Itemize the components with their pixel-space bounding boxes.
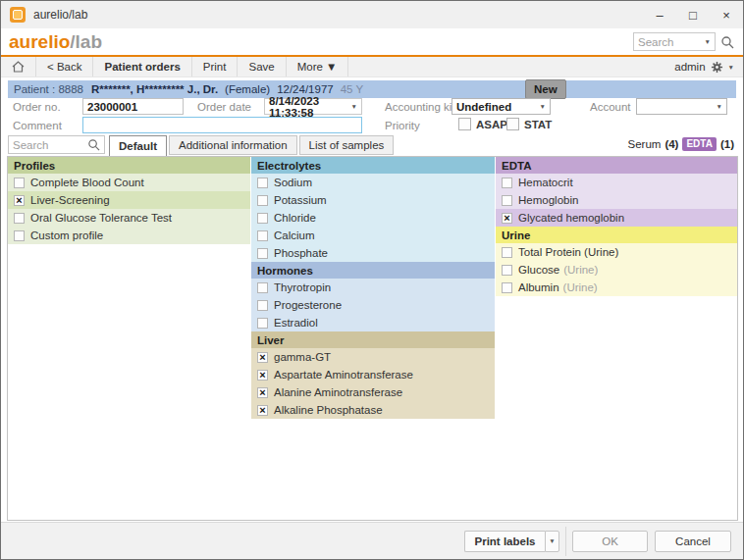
- test-panel-grid: ProfilesComplete Blood Count×Liver-Scree…: [8, 157, 737, 520]
- user-menu[interactable]: admin ▼: [674, 57, 743, 76]
- group-header-edta: EDTA: [496, 157, 738, 174]
- checkbox-unchecked-icon[interactable]: [257, 230, 268, 241]
- new-order-button[interactable]: New: [525, 79, 566, 99]
- test-row-liver-screening[interactable]: ×Liver-Screening: [8, 191, 250, 209]
- print-labels-caret-icon: ▼: [549, 537, 555, 544]
- test-row-progesterone[interactable]: Progesterone: [251, 296, 495, 314]
- test-row-total-protein-urine[interactable]: Total Protein (Urine): [496, 243, 738, 261]
- checkbox-unchecked-icon[interactable]: [257, 318, 268, 329]
- test-row-gamma-gt[interactable]: ×gamma-GT: [251, 348, 495, 366]
- search-icon[interactable]: [720, 35, 734, 49]
- test-row-glycated-hemoglobin[interactable]: ×Glycated hemoglobin: [496, 209, 738, 227]
- checkbox-checked-icon[interactable]: ×: [257, 405, 268, 416]
- checkbox-checked-icon[interactable]: ×: [257, 370, 268, 381]
- app-header: aurelio/lab Search ▼: [1, 28, 743, 57]
- test-row-calcium[interactable]: Calcium: [251, 227, 495, 244]
- search-caret-icon[interactable]: ▼: [705, 38, 711, 45]
- window-title: aurelio/lab: [33, 8, 87, 22]
- app-icon: [10, 7, 26, 23]
- test-row-aspartate-aminotransferase[interactable]: ×Aspartate Aminotransferase: [251, 366, 495, 383]
- test-row-oral-glucose-tolerance-test[interactable]: Oral Glucose Tolerance Test: [8, 209, 250, 227]
- edta-count-value: (1): [720, 138, 734, 150]
- test-row-sodium[interactable]: Sodium: [251, 174, 495, 191]
- patient-orders-button[interactable]: Patient orders: [93, 57, 191, 76]
- checkbox-unchecked-icon[interactable]: [14, 178, 25, 188]
- test-row-albumin[interactable]: Albumin(Urine): [496, 279, 738, 296]
- test-label: Alanine Aminotransferase: [274, 386, 402, 398]
- back-button[interactable]: < Back: [36, 57, 93, 76]
- test-row-estradiol[interactable]: Estradiol: [251, 314, 495, 331]
- test-row-chloride[interactable]: Chloride: [251, 209, 495, 227]
- test-row-phosphate[interactable]: Phosphate: [251, 244, 495, 262]
- checkbox-unchecked-icon[interactable]: [257, 178, 268, 188]
- patient-name: R*******, H********* J., Dr.: [91, 83, 218, 95]
- test-label: Total Protein (Urine): [518, 246, 618, 258]
- account-select[interactable]: ▼: [636, 98, 727, 115]
- print-button[interactable]: Print: [192, 57, 239, 76]
- more-button[interactable]: More ▼: [287, 57, 349, 76]
- tab-additional-information[interactable]: Additional information: [169, 135, 297, 155]
- test-label: Sodium: [274, 177, 312, 188]
- checkbox-checked-icon[interactable]: ×: [257, 387, 268, 398]
- test-label-suffix: (Urine): [563, 281, 598, 293]
- test-row-thyrotropin[interactable]: Thyrotropin: [251, 279, 495, 296]
- test-search-input[interactable]: Search: [8, 135, 105, 154]
- checkbox-unchecked-icon[interactable]: [502, 282, 512, 293]
- maximize-button[interactable]: □: [676, 1, 710, 28]
- tab-list-of-samples[interactable]: List of samples: [299, 135, 395, 155]
- test-row-alanine-aminotransferase[interactable]: ×Alanine Aminotransferase: [251, 383, 495, 401]
- print-labels-button[interactable]: Print labels: [464, 531, 545, 552]
- ok-button[interactable]: OK: [572, 531, 648, 552]
- print-labels-dropdown-button[interactable]: ▼: [545, 531, 559, 552]
- checkbox-unchecked-icon[interactable]: [14, 213, 25, 224]
- checkbox-unchecked-icon[interactable]: [257, 213, 268, 224]
- logo-primary: aurelio: [9, 31, 70, 52]
- order-date-picker[interactable]: 8/14/2023 11:33:58 ▼: [264, 98, 362, 115]
- checkbox-unchecked-icon[interactable]: [257, 282, 268, 293]
- order-date-caret-icon: ▼: [351, 103, 357, 110]
- test-row-potassium[interactable]: Potassium: [251, 191, 495, 209]
- checkbox-checked-icon[interactable]: ×: [257, 352, 268, 363]
- global-search-input[interactable]: Search ▼: [633, 32, 716, 51]
- test-panel: ProfilesComplete Blood Count×Liver-Scree…: [7, 156, 738, 521]
- tab-default[interactable]: Default: [109, 135, 167, 156]
- stat-label: STAT: [524, 119, 552, 130]
- checkbox-unchecked-icon[interactable]: [502, 247, 512, 258]
- order-no-input[interactable]: 23000001: [82, 98, 184, 115]
- test-row-hematocrit[interactable]: Hematocrit: [496, 174, 738, 191]
- checkbox-unchecked-icon[interactable]: [502, 195, 512, 206]
- gear-icon[interactable]: [711, 61, 723, 74]
- test-label: Alkaline Phosphatase: [274, 404, 383, 416]
- test-row-custom-profile[interactable]: Custom profile: [8, 227, 250, 244]
- checkbox-checked-icon[interactable]: ×: [14, 195, 25, 206]
- test-row-glucose[interactable]: Glucose(Urine): [496, 261, 738, 279]
- test-label: Glucose: [518, 264, 559, 276]
- priority-stat-checkbox[interactable]: STAT: [506, 118, 552, 130]
- user-name: admin: [674, 61, 705, 73]
- checkbox-unchecked-icon[interactable]: [257, 300, 268, 311]
- minimize-button[interactable]: –: [643, 1, 676, 28]
- test-row-alkaline-phosphatase[interactable]: ×Alkaline Phosphatase: [251, 401, 495, 419]
- accounting-kind-select[interactable]: Undefined ▼: [452, 98, 551, 115]
- comment-label: Comment: [13, 120, 62, 131]
- checkbox-unchecked-icon[interactable]: [257, 248, 268, 259]
- close-button[interactable]: ×: [710, 1, 743, 28]
- checkbox-unchecked-icon[interactable]: [502, 178, 512, 188]
- comment-input[interactable]: [82, 117, 362, 133]
- home-button[interactable]: [1, 57, 36, 76]
- checkbox-unchecked-icon[interactable]: [502, 265, 512, 276]
- checkbox-checked-icon[interactable]: ×: [502, 213, 512, 224]
- checkbox-unchecked-icon[interactable]: [14, 230, 25, 241]
- window-titlebar: aurelio/lab – □ ×: [1, 1, 743, 28]
- test-label: Hematocrit: [518, 177, 573, 188]
- test-label: Oral Glucose Tolerance Test: [30, 212, 172, 224]
- priority-asap-checkbox[interactable]: ASAP: [458, 118, 507, 130]
- test-row-complete-blood-count[interactable]: Complete Blood Count: [8, 174, 250, 191]
- user-menu-caret-icon: ▼: [728, 64, 734, 71]
- save-button[interactable]: Save: [238, 57, 286, 76]
- test-search-placeholder: Search: [13, 139, 48, 151]
- test-label: Thyrotropin: [274, 281, 331, 293]
- cancel-button[interactable]: Cancel: [655, 531, 731, 552]
- checkbox-unchecked-icon[interactable]: [257, 195, 268, 206]
- test-row-hemoglobin[interactable]: Hemoglobin: [496, 191, 738, 209]
